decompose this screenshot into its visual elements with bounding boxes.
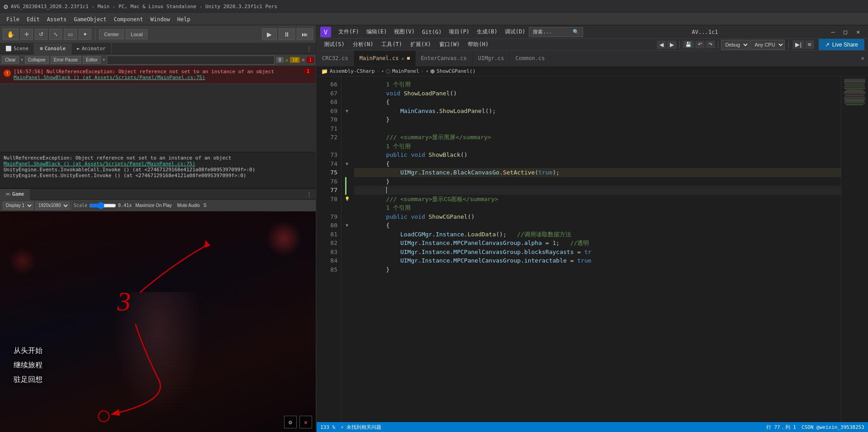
unity-title-bar: ⚙ AVG_20230413_2020.2.23f1c1 - Main - PC… bbox=[0, 0, 868, 14]
menu-edit[interactable]: Edit bbox=[23, 16, 43, 23]
breadcrumb-project[interactable]: Assembly-CSharp bbox=[330, 68, 375, 74]
vs-menu-git[interactable]: Git(G) bbox=[418, 27, 445, 37]
vs-search-box[interactable]: 搜索... 🔍 bbox=[529, 27, 583, 37]
detail-line2[interactable]: MainPanel.ShowBlack () (at Assets/Script… bbox=[4, 161, 312, 167]
console-search[interactable] bbox=[107, 56, 275, 65]
display-select[interactable]: Display 1 bbox=[3, 202, 33, 210]
settings-icon-btn[interactable]: ⚙ bbox=[284, 416, 297, 428]
tab-uimgr[interactable]: UIMgr.cs bbox=[473, 51, 510, 66]
tab-entercanvas[interactable]: EnterCanvas.cs bbox=[416, 51, 473, 66]
toolbar-btn-1[interactable]: ▶| bbox=[792, 40, 804, 49]
debug-mode-select[interactable]: Debug bbox=[721, 40, 749, 50]
menu-gameobject[interactable]: GameObject bbox=[70, 16, 110, 23]
transform-tool[interactable]: ✦ bbox=[79, 29, 91, 40]
step-button[interactable]: ⏭ bbox=[297, 28, 313, 40]
vs-menu-tools[interactable]: 工具(T) bbox=[378, 39, 406, 50]
maximize-btn[interactable]: □ bbox=[839, 27, 852, 37]
play-button[interactable]: ▶ bbox=[262, 28, 277, 40]
tab-game[interactable]: 🎮 Game bbox=[0, 189, 30, 200]
breadcrumb-dropdown1[interactable]: ▾ bbox=[381, 69, 384, 74]
tab-common[interactable]: Common.cs bbox=[510, 51, 550, 66]
vs-menu-debug[interactable]: 调试(D) bbox=[501, 26, 529, 38]
undo-btn[interactable]: ↶ bbox=[695, 41, 705, 48]
error-pause-button[interactable]: Error Pause bbox=[51, 56, 81, 64]
breakpoint-line75[interactable] bbox=[342, 177, 352, 186]
game-flowers2 bbox=[9, 248, 36, 275]
game-panel-menu[interactable]: ⋮ bbox=[303, 191, 316, 197]
tab-mainpanel[interactable]: MainPanel.cs ✕ bbox=[354, 51, 416, 66]
zoom-level[interactable]: 133 % bbox=[320, 424, 335, 430]
menu-component[interactable]: Component bbox=[110, 16, 147, 23]
status-left[interactable]: ⚡ 未找到相关问题 bbox=[341, 424, 381, 431]
close-all-tabs[interactable]: ✕ bbox=[857, 51, 868, 66]
stats-button[interactable]: S bbox=[204, 203, 207, 208]
vs-menu-build[interactable]: 生成(B) bbox=[473, 26, 501, 38]
back-nav[interactable]: ◀ bbox=[657, 41, 666, 49]
local-button[interactable]: Local bbox=[126, 29, 147, 39]
game-flowers bbox=[266, 221, 302, 257]
editor-arrow[interactable]: ▼ bbox=[103, 58, 105, 62]
live-share-button[interactable]: ↗ Live Share bbox=[819, 39, 864, 50]
minimap bbox=[841, 76, 868, 422]
linenum-78a: 78 bbox=[317, 195, 341, 204]
cpu-select[interactable]: Any CPU bbox=[750, 40, 785, 50]
menu-assets[interactable]: Assets bbox=[43, 16, 70, 23]
save-all[interactable]: 💾 bbox=[683, 41, 694, 48]
menu-help[interactable]: Help bbox=[174, 16, 194, 23]
menu-window[interactable]: Window bbox=[147, 16, 173, 23]
lightbulb-hint[interactable]: 💡 bbox=[342, 195, 352, 204]
breadcrumb-dropdown2[interactable]: ▾ bbox=[426, 69, 428, 74]
move-tool[interactable]: ✛ bbox=[20, 29, 33, 40]
forward-nav[interactable]: ▶ bbox=[667, 41, 677, 49]
clear-button[interactable]: Clear bbox=[2, 56, 19, 64]
vs-menu-file[interactable]: 文件(F) bbox=[335, 26, 363, 38]
vs-menu-help[interactable]: 帮助(H) bbox=[464, 39, 492, 50]
breadcrumb-method[interactable]: ShowCGPanel() bbox=[436, 68, 475, 74]
scale-tool[interactable]: ⤡ bbox=[49, 29, 62, 40]
linenum-78b bbox=[317, 203, 341, 212]
toolbar-btn-2[interactable]: ≡ bbox=[805, 40, 814, 49]
mainpanel-close[interactable]: ✕ bbox=[402, 56, 404, 61]
rotate-tool[interactable]: ↺ bbox=[35, 29, 47, 40]
code-line-80: { bbox=[354, 221, 841, 230]
close-btn[interactable]: ✕ bbox=[852, 27, 864, 37]
vs-menu-test[interactable]: 测试(S) bbox=[320, 39, 348, 50]
tab-crc32[interactable]: CRC32.cs bbox=[317, 51, 354, 66]
vs-menu-view[interactable]: 视图(V) bbox=[390, 26, 418, 38]
menu-file[interactable]: File bbox=[3, 16, 23, 23]
clear-arrow[interactable]: ▼ bbox=[21, 58, 23, 62]
game-viewport: 从头开始 继续旅程 驻足回想 ⚙ ✕ 3 bbox=[0, 211, 316, 432]
panel-menu-icon[interactable]: ⋮ bbox=[303, 45, 316, 52]
mute-audio[interactable]: Mute Audio bbox=[175, 202, 202, 209]
redo-btn[interactable]: ↷ bbox=[706, 41, 715, 48]
tab-animator[interactable]: ► Animator bbox=[71, 43, 112, 54]
pause-button[interactable]: ⏸ bbox=[279, 28, 295, 40]
resolution-select[interactable]: 1920x1080 bbox=[35, 202, 70, 210]
maximize-on-play[interactable]: Maximize On Play bbox=[133, 202, 174, 209]
close-icon-btn[interactable]: ✕ bbox=[299, 416, 312, 428]
game-tabs-bar: 🎮 Game ⋮ bbox=[0, 189, 316, 200]
tab-console[interactable]: ≡ Console bbox=[34, 43, 71, 54]
linenum-80: 80 bbox=[317, 221, 341, 230]
linenum-75: 75 bbox=[317, 168, 341, 177]
vs-menu-extensions[interactable]: 扩展(X) bbox=[407, 39, 435, 50]
breadcrumb-icon: 📁 bbox=[321, 68, 328, 75]
code-editor-wrapper: 66 67 68 69 70 71 72 73 74 75 76 77 78 7… bbox=[317, 76, 868, 422]
minimize-btn[interactable]: — bbox=[827, 27, 840, 37]
rect-tool[interactable]: ▭ bbox=[64, 29, 77, 40]
scale-slider[interactable] bbox=[89, 202, 116, 209]
vs-menu-edit[interactable]: 编辑(E) bbox=[363, 26, 391, 38]
collapse-button[interactable]: Collapse bbox=[25, 56, 49, 64]
code-content-area[interactable]: 1 个引用 void ShowLoadPanel() { MainCanvas.… bbox=[352, 76, 841, 422]
editor-button[interactable]: Editor bbox=[83, 56, 101, 64]
vs-menu-analyze[interactable]: 分析(N) bbox=[349, 39, 377, 50]
vs-menu-project[interactable]: 项目(P) bbox=[445, 26, 473, 38]
vs-menu-window[interactable]: 窗口(W) bbox=[436, 39, 464, 50]
hand-tool[interactable]: ✋ bbox=[3, 28, 19, 40]
breadcrumb-class[interactable]: MainPanel bbox=[392, 68, 419, 74]
tab-scene[interactable]: ⬜ Scene bbox=[0, 43, 34, 54]
fold-gutter: ▼ ▼ 💡 ▼ bbox=[342, 76, 352, 422]
console-error-item[interactable]: ! [16:57:56] NullReferenceException: Obj… bbox=[0, 66, 316, 84]
pivot-button[interactable]: Center bbox=[99, 29, 124, 39]
breadcrumb-sep1: › bbox=[376, 68, 379, 74]
